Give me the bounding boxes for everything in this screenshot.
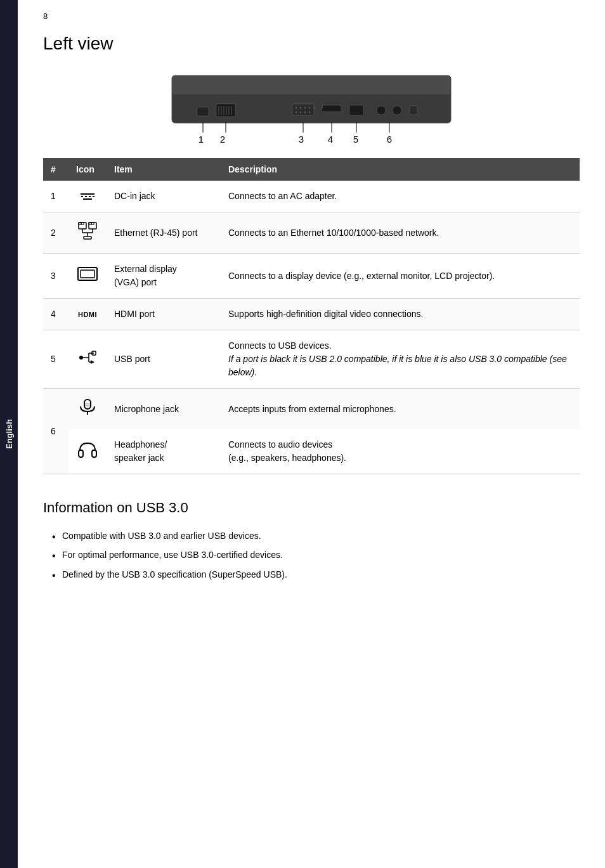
col-header-icon: Icon <box>68 158 107 181</box>
svg-point-13 <box>304 107 306 109</box>
svg-marker-20 <box>322 105 342 112</box>
usb-info-section: Information on USB 3.0 Compatible with U… <box>43 500 580 584</box>
svg-rect-2 <box>197 107 209 116</box>
row-icon <box>68 330 107 389</box>
microphone-icon <box>76 398 99 417</box>
svg-rect-47 <box>84 236 91 239</box>
row-description: Supports high-definition digital video c… <box>221 299 580 330</box>
svg-rect-24 <box>410 106 417 115</box>
row-item: Headphones/speaker jack <box>107 429 221 474</box>
specs-table: # Icon Item Description 1 <box>43 158 580 474</box>
svg-text:4: 4 <box>328 134 333 145</box>
row-icon <box>68 181 107 212</box>
svg-point-11 <box>296 107 297 109</box>
row-item: HDMI port <box>107 299 221 330</box>
row-icon <box>68 389 107 430</box>
svg-point-16 <box>296 112 297 113</box>
svg-text:2: 2 <box>220 134 225 145</box>
table-header-row: # Icon Item Description <box>43 158 580 181</box>
svg-point-19 <box>309 112 311 113</box>
list-item: For optimal performance, use USB 3.0-cer… <box>49 545 580 564</box>
row-item: USB port <box>107 330 221 389</box>
svg-point-22 <box>377 106 386 115</box>
svg-point-23 <box>393 106 401 115</box>
table-row: 4 HDMI HDMI port Supports high-definitio… <box>43 299 580 330</box>
table-row: 6 Microphone jack Accepts inputs from ex… <box>43 389 580 430</box>
svg-point-17 <box>300 112 302 113</box>
ethernet-icon <box>76 221 99 240</box>
dc-in-icon <box>76 193 99 200</box>
svg-point-14 <box>309 107 311 109</box>
svg-rect-37 <box>79 223 86 229</box>
laptop-diagram: 1 2 3 4 5 6 <box>43 69 580 152</box>
svg-rect-39 <box>81 223 84 224</box>
svg-point-15 <box>313 107 315 109</box>
svg-rect-21 <box>349 105 363 115</box>
svg-point-50 <box>79 356 83 360</box>
col-header-description: Description <box>221 158 580 181</box>
svg-text:3: 3 <box>299 134 304 145</box>
usb-icon <box>76 348 99 367</box>
svg-rect-61 <box>79 450 83 457</box>
col-header-item: Item <box>107 158 221 181</box>
row-number: 2 <box>43 212 68 254</box>
svg-rect-42 <box>91 223 94 224</box>
row-item: Microphone jack <box>107 389 221 430</box>
row-icon: HDMI <box>68 299 107 330</box>
row-description: Connects to audio devices(e.g., speakers… <box>221 429 580 474</box>
svg-rect-10 <box>292 104 314 115</box>
row-description: Connects to an Ethernet 10/100/1000-base… <box>221 212 580 254</box>
row-number-6: 6 <box>43 389 68 474</box>
svg-rect-1 <box>172 75 451 94</box>
row-number: 4 <box>43 299 68 330</box>
row-icon <box>68 254 107 299</box>
table-row: Headphones/speaker jack Connects to audi… <box>43 429 580 474</box>
headphone-icon <box>76 440 99 459</box>
svg-rect-49 <box>81 270 94 278</box>
language-text: English <box>4 419 14 449</box>
usb-info-title: Information on USB 3.0 <box>43 500 580 516</box>
table-row: 5 USB port Connects to USB devi <box>43 330 580 389</box>
row-item: Ethernet (RJ-45) port <box>107 212 221 254</box>
svg-point-12 <box>300 107 302 109</box>
svg-marker-56 <box>91 360 94 364</box>
laptop-illustration: 1 2 3 4 5 6 <box>146 69 476 152</box>
svg-rect-40 <box>89 223 96 229</box>
vga-icon <box>76 264 99 283</box>
side-language-label: English <box>0 0 18 868</box>
row-item: DC-in jack <box>107 181 221 212</box>
row-description: Connects to an AC adapter. <box>221 181 580 212</box>
row-item: External display(VGA) port <box>107 254 221 299</box>
row-icon <box>68 429 107 474</box>
col-header-number: # <box>43 158 68 181</box>
svg-text:5: 5 <box>353 134 358 145</box>
list-item: Compatible with USB 3.0 and earlier USB … <box>49 526 580 545</box>
hdmi-icon: HDMI <box>78 311 97 318</box>
row-description: Connects to a display device (e.g., exte… <box>221 254 580 299</box>
usb-info-list: Compatible with USB 3.0 and earlier USB … <box>43 526 580 584</box>
row-number: 3 <box>43 254 68 299</box>
svg-point-18 <box>304 112 306 113</box>
section-title: Left view <box>43 34 580 54</box>
row-number: 1 <box>43 181 68 212</box>
svg-text:1: 1 <box>198 134 204 145</box>
row-number: 5 <box>43 330 68 389</box>
page-number: 8 <box>43 11 580 21</box>
row-description: Connects to USB devices. If a port is bl… <box>221 330 580 389</box>
row-description: Accepts inputs from external microphones… <box>221 389 580 430</box>
list-item: Defined by the USB 3.0 specification (Su… <box>49 565 580 584</box>
svg-text:6: 6 <box>387 134 392 145</box>
table-row: 3 External display(VGA) port Connects to… <box>43 254 580 299</box>
table-row: 1 DC-in jack Connects to an AC a <box>43 181 580 212</box>
table-row: 2 <box>43 212 580 254</box>
row-icon <box>68 212 107 254</box>
svg-rect-62 <box>92 450 96 457</box>
